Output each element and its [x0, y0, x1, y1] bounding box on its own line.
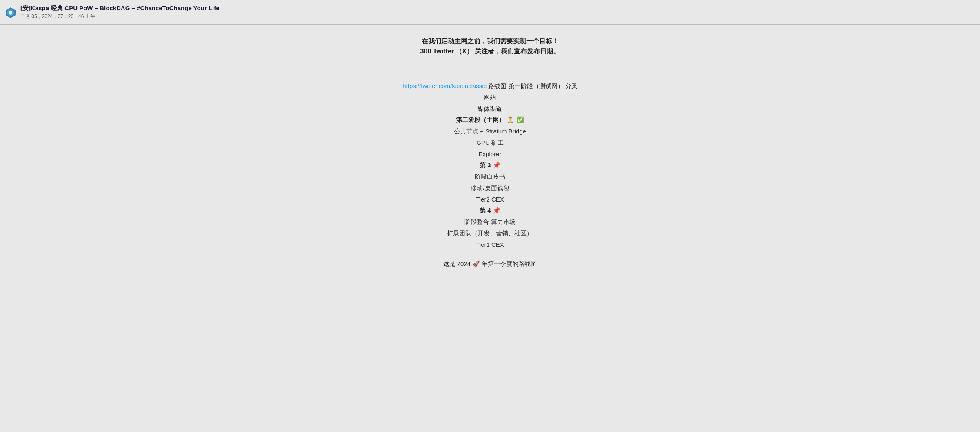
roadmap-website: 网站: [402, 92, 577, 103]
phase1-text: 路线图 第一阶段（测试网） 分叉: [487, 82, 578, 89]
window-subtitle: 二月 05，2024，07：20：46 上午: [20, 13, 220, 20]
app-header: [安]Kaspa 经典 CPU PoW – BlockDAG – #Chance…: [0, 0, 980, 24]
main-content: 在我们启动主网之前，我们需要实现一个目标！ 300 Twitter （X） 关注…: [0, 25, 980, 281]
announcement-line1: 在我们启动主网之前，我们需要实现一个目标！: [420, 37, 560, 46]
roadmap-phase1-line: https://twitter.com/kaspaclassic 路线图 第一阶…: [402, 80, 577, 92]
app-logo: [5, 7, 16, 18]
roadmap-phase4-header: 第 4 📌: [402, 205, 577, 216]
roadmap-phase2-item-2: Explorer: [402, 148, 577, 160]
header-text-block: [安]Kaspa 经典 CPU PoW – BlockDAG – #Chance…: [20, 4, 220, 20]
roadmap-phase2-header: 第二阶段（主网） ⏳ ✅: [402, 114, 577, 126]
roadmap-phase3-header: 第 3 📌: [402, 160, 577, 171]
roadmap-phase2-item-0: 公共节点 + Stratum Bridge: [402, 126, 577, 137]
roadmap-block: https://twitter.com/kaspaclassic 路线图 第一阶…: [402, 80, 577, 269]
announcement-line2: 300 Twitter （X） 关注者，我们宣布发布日期。: [420, 47, 560, 56]
roadmap-phase3-item-2: Tier2 CEX: [402, 194, 577, 205]
roadmap-phase4-item-2: Tier1 CEX: [402, 239, 577, 250]
roadmap-footer: 这是 2024 🚀 年第一季度的路线图: [402, 258, 577, 269]
roadmap-phase2-item-1: GPU 矿工: [402, 137, 577, 148]
roadmap-phase3-item-0: 阶段白皮书: [402, 171, 577, 182]
roadmap-phase3-item-1: 移动/桌面钱包: [402, 182, 577, 194]
roadmap-phase4-item-1: 扩展团队（开发、营销、社区）: [402, 228, 577, 239]
window-title: [安]Kaspa 经典 CPU PoW – BlockDAG – #Chance…: [20, 4, 220, 12]
roadmap-media: 媒体渠道: [402, 103, 577, 115]
twitter-link[interactable]: https://twitter.com/kaspaclassic: [402, 82, 487, 89]
roadmap-phase4-item-0: 阶段整合 算力市场: [402, 216, 577, 228]
announcement-block: 在我们启动主网之前，我们需要实现一个目标！ 300 Twitter （X） 关注…: [420, 37, 560, 56]
